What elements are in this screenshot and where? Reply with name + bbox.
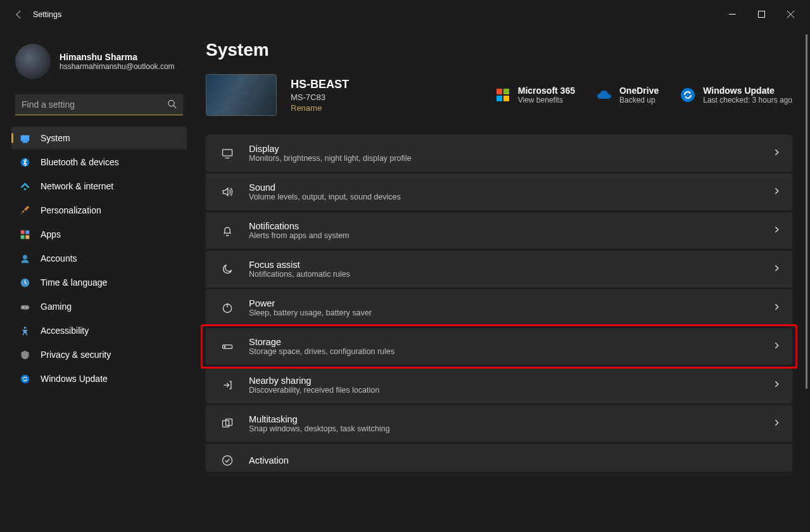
- chevron-right-icon: [773, 148, 781, 159]
- close-button[interactable]: [776, 2, 805, 27]
- nav-label: Windows Update: [41, 374, 108, 384]
- card-nearby-sharing[interactable]: Nearby sharing Discoverability, received…: [206, 367, 792, 403]
- device-thumbnail[interactable]: [206, 74, 277, 116]
- svg-rect-7: [25, 230, 29, 234]
- card-display[interactable]: Display Monitors, brightness, night ligh…: [206, 135, 792, 172]
- card-sub: Alerts from apps and system: [249, 231, 759, 240]
- windows-update-icon: [19, 373, 30, 384]
- moon-icon: [220, 262, 235, 277]
- onedrive-title: OneDrive: [619, 86, 659, 96]
- card-power[interactable]: Power Sleep, battery usage, battery save…: [206, 289, 792, 326]
- network-icon: [19, 180, 30, 192]
- bell-icon: [220, 223, 235, 238]
- card-storage[interactable]: Storage Storage space, drives, configura…: [206, 328, 792, 365]
- chevron-right-icon: [773, 341, 781, 352]
- nav-windows-update[interactable]: Windows Update: [11, 367, 187, 390]
- nav-label: Gaming: [41, 301, 72, 312]
- ms365-link[interactable]: Microsoft 365 View benefits: [495, 86, 575, 104]
- system-icon: [19, 132, 30, 144]
- windows-update-link[interactable]: Windows Update Last checked: 3 hours ago: [680, 86, 792, 104]
- onedrive-icon: [597, 87, 612, 103]
- card-title: Power: [249, 298, 759, 308]
- card-title: Nearby sharing: [249, 376, 759, 386]
- nav-accounts[interactable]: Accounts: [11, 247, 187, 270]
- chevron-right-icon: [773, 263, 781, 275]
- nav-label: System: [41, 133, 70, 143]
- svg-rect-12: [20, 305, 29, 309]
- shield-icon: [19, 349, 30, 360]
- chevron-right-icon: [773, 379, 781, 391]
- ms365-title: Microsoft 365: [518, 86, 575, 96]
- svg-rect-18: [223, 149, 232, 156]
- nav-system[interactable]: System: [11, 127, 187, 149]
- card-sub: Notifications, automatic rules: [249, 270, 759, 279]
- search-icon: [167, 99, 177, 111]
- system-header: HS-BEAST MS-7C83 Rename Microsoft 365 Vi…: [206, 74, 792, 116]
- nav-personalization[interactable]: Personalization: [11, 199, 187, 222]
- nav-bluetooth[interactable]: Bluetooth & devices: [11, 151, 187, 174]
- card-title: Focus assist: [249, 260, 759, 270]
- back-button[interactable]: [11, 8, 25, 22]
- card-title: Notifications: [249, 221, 759, 231]
- svg-rect-9: [25, 235, 29, 239]
- nav-network[interactable]: Network & internet: [11, 175, 187, 198]
- card-activation[interactable]: Activation: [206, 444, 792, 472]
- minimize-button[interactable]: [718, 2, 747, 27]
- nav-accessibility[interactable]: Accessibility: [11, 319, 187, 342]
- card-focus-assist[interactable]: Focus assist Notifications, automatic ru…: [206, 251, 792, 288]
- user-email: hssharmahimanshu@outlook.com: [60, 62, 175, 71]
- nav-gaming[interactable]: Gaming: [11, 295, 187, 318]
- rename-link[interactable]: Rename: [291, 103, 349, 113]
- titlebar: Settings: [0, 0, 810, 28]
- card-sub: Discoverability, received files location: [249, 386, 759, 395]
- chevron-right-icon: [773, 418, 781, 429]
- search-input[interactable]: [15, 94, 183, 115]
- maximize-button[interactable]: [747, 2, 776, 27]
- chevron-right-icon: [773, 186, 781, 198]
- card-sub: Snap windows, desktops, task switching: [249, 424, 759, 433]
- card-sub: Volume levels, output, input, sound devi…: [249, 193, 759, 201]
- nav-label: Accessibility: [41, 326, 89, 336]
- search-field[interactable]: [15, 94, 183, 115]
- svg-rect-0: [758, 11, 764, 18]
- card-title: Sound: [249, 182, 759, 193]
- nav-label: Bluetooth & devices: [41, 157, 119, 167]
- svg-point-5: [23, 188, 25, 190]
- sidebar: Himanshu Sharma hssharmahimanshu@outlook…: [0, 28, 193, 532]
- nav-label: Time & language: [41, 277, 107, 288]
- check-circle-icon: [220, 453, 235, 468]
- user-profile[interactable]: Himanshu Sharma hssharmahimanshu@outlook…: [11, 39, 187, 86]
- apps-icon: [19, 229, 30, 240]
- nav-privacy-security[interactable]: Privacy & security: [11, 343, 187, 366]
- card-notifications[interactable]: Notifications Alerts from apps and syste…: [206, 212, 792, 249]
- chevron-right-icon: [773, 225, 781, 236]
- storage-icon: [220, 339, 235, 354]
- svg-rect-3: [23, 141, 27, 142]
- card-title: Display: [249, 144, 759, 154]
- card-multitasking[interactable]: Multitasking Snap windows, desktops, tas…: [206, 405, 792, 442]
- accessibility-icon: [19, 325, 30, 336]
- window-title: Settings: [33, 10, 61, 19]
- ms365-icon: [495, 87, 510, 103]
- svg-point-24: [223, 456, 232, 466]
- card-sub: Storage space, drives, configuration rul…: [249, 347, 759, 356]
- nav-label: Personalization: [41, 205, 101, 215]
- svg-point-17: [681, 88, 695, 102]
- winupdate-title: Windows Update: [703, 86, 792, 96]
- card-sound[interactable]: Sound Volume levels, output, input, soun…: [206, 174, 792, 210]
- svg-point-1: [168, 100, 174, 106]
- page-title: System: [206, 40, 792, 60]
- nav-label: Apps: [41, 229, 61, 239]
- svg-rect-8: [20, 235, 24, 239]
- card-title: Activation: [249, 455, 781, 466]
- onedrive-link[interactable]: OneDrive Backed up: [597, 86, 659, 104]
- nav-time-language[interactable]: Time & language: [11, 271, 187, 294]
- share-icon: [220, 377, 235, 393]
- window-controls: [718, 2, 805, 27]
- multitasking-icon: [220, 416, 235, 431]
- nav-apps[interactable]: Apps: [11, 223, 187, 246]
- svg-point-21: [224, 346, 225, 348]
- sound-icon: [220, 184, 235, 200]
- card-title: Storage: [249, 337, 759, 347]
- scrollbar-thumb[interactable]: [806, 34, 807, 389]
